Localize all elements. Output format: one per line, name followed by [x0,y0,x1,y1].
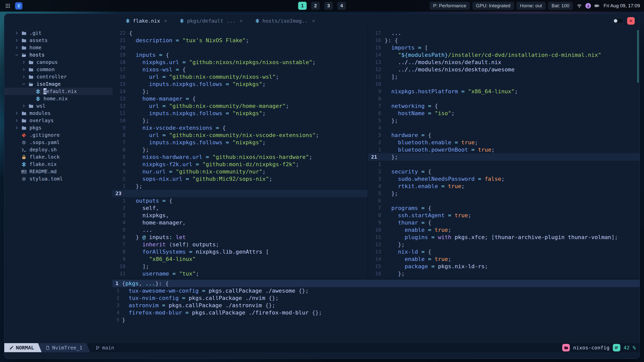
code-line[interactable]: 9 nixpkgs.hostPlatform = "x86_64-linux"; [368,88,640,95]
code-line[interactable]: 2 security = { [368,168,640,175]
code-line[interactable]: 11 username = "tux"; [112,270,368,277]
workspace-2[interactable]: 2 [311,2,320,10]
tree-item-git[interactable]: .git [4,29,112,37]
code-line[interactable]: 8 url = "github:nix-community/nix-vscode… [112,131,368,139]
code-line[interactable]: 9 nix-vscode-extensions = { [112,124,368,131]
tree-item-readme-md[interactable]: README.md [4,168,112,175]
code-line[interactable]: 12 url = "github:nix-community/home-mana… [112,102,368,110]
tree-item-gitignore[interactable]: .gitignore [4,131,112,139]
code-line[interactable]: 11 ]; [368,73,640,80]
tree-item-pkgs[interactable]: pkgs [4,124,112,131]
code-line[interactable]: 2 sops-nix.url = "github:Mic92/sops-nix"… [112,175,368,183]
code-line[interactable]: 15 inputs.nixpkgs.follows = "nixpkgs"; [112,80,368,88]
code-line[interactable]: 7 inputs.nixpkgs.follows = "nixpkgs"; [112,139,368,146]
code-line[interactable]: 15 package = pkgs.nix-ld-rs; [368,263,640,270]
grid-launcher-button[interactable] [4,2,12,10]
code-line[interactable]: 5 }; [368,117,640,124]
code-line[interactable]: 9 "x86_64-linux" [112,255,368,263]
editor-pane-flake-nix[interactable]: 22{21 description = "tux's NixOS Flake";… [112,28,368,278]
code-line[interactable]: 9 thunar = { [368,219,640,226]
user-icon[interactable] [585,3,591,9]
chevron-open-icon[interactable] [15,53,21,57]
code-line[interactable]: 3 nur.url = "github:nix-community/nur"; [112,168,368,175]
code-line[interactable]: 22{ [112,29,368,37]
tree-item-deploy-sh[interactable]: deploy.sh [4,146,112,153]
code-line[interactable]: 20 [112,44,368,51]
code-line[interactable]: 13 ../../modules/nixos/default.nix [368,59,640,66]
code-line[interactable]: 4 firefox-mod-blur = pkgs.callPackage ./… [112,309,640,316]
code-line[interactable]: 21 description = "tux's NixOS Flake"; [112,37,368,44]
code-line[interactable]: 1{pkgs, ...}: { [112,280,640,287]
code-line[interactable]: 10 }; [112,117,368,124]
tree-item-wsl[interactable]: wsl [4,102,112,110]
code-line[interactable]: 1 [368,161,640,168]
chevron-closed-icon[interactable] [22,68,28,71]
code-line[interactable]: 3 sudo.wheelNeedsPassword = false; [368,175,640,183]
chevron-closed-icon[interactable] [22,104,28,108]
code-line[interactable]: 5 }; [368,190,640,197]
code-line[interactable]: 16 }; [368,270,640,277]
code-line[interactable]: 6 } @ inputs: let [112,234,368,241]
code-line[interactable]: 6 hostName = "iso"; [368,110,640,117]
chevron-closed-icon[interactable] [22,60,28,64]
code-line[interactable]: 13 nix-ld = { [368,248,640,255]
code-line[interactable]: 5} [112,316,640,324]
tree-item-stylua-toml[interactable]: stylua.toml [4,175,112,183]
battery-icon[interactable] [594,3,599,8]
code-line[interactable]: 5 ... [112,226,368,234]
chevron-closed-icon[interactable] [15,119,21,122]
code-line[interactable]: 1 }; [112,183,368,190]
code-line[interactable]: 10 [368,80,640,88]
tree-item-home-nix[interactable]: home.nix [4,95,112,102]
scrollbar[interactable] [637,30,639,83]
code-line[interactable]: 12 ../../modules/nixos/desktop/awesome [368,66,640,73]
chevron-closed-icon[interactable] [15,38,21,42]
chevron-closed-icon[interactable] [15,31,21,35]
code-line[interactable]: 12 }; [368,241,640,248]
code-line[interactable]: 11 plugins = with pkgs.xfce; [thunar-arc… [368,234,640,241]
code-line[interactable]: 10 enable = true; [368,226,640,234]
wifi-icon[interactable] [577,3,582,8]
tree-item-flake-nix[interactable]: flake.nix [4,161,112,168]
workspace-3[interactable]: 3 [324,2,333,10]
code-line[interactable]: 7 inherit (self) outputs; [112,241,368,248]
editor-pane-iso-default-nix[interactable]: 17 ...16}: {15 imports = [14 "${modulesP… [368,28,640,278]
code-line[interactable]: 4 home-manager, [112,219,368,226]
code-line[interactable]: 7 programs = { [368,204,640,212]
tree-item-default-nix[interactable]: default.nix [4,88,112,95]
code-line[interactable]: 6 [368,197,640,204]
code-line[interactable]: 18 nixpkgs.url = "github:nixos/nixpkgs/n… [112,59,368,66]
nix-launcher-button[interactable] [15,2,22,10]
editor-pane-pkgs-default-nix[interactable]: 1{pkgs, ...}: {1 tux-awesome-wm-config =… [112,278,640,343]
code-line[interactable]: 1 outputs = { [112,197,368,204]
code-line[interactable]: 1 bluetooth.powerOnBoot = true; [368,146,640,153]
code-line[interactable]: 3 astronvim = pkgs.callPackage ./astronv… [112,302,640,309]
tab-close-icon[interactable] [239,19,243,23]
tab-close-icon[interactable] [164,19,168,23]
code-line[interactable]: 14 }; [112,88,368,95]
code-line[interactable]: 7 networking = { [368,102,640,110]
workspace-1[interactable]: 1 [298,2,307,10]
code-line[interactable]: 16}: { [368,37,640,44]
chevron-closed-icon[interactable] [15,111,21,115]
workspace-4[interactable]: 4 [337,2,346,10]
chevron-closed-icon[interactable] [15,126,21,130]
code-line[interactable]: 4 [368,124,640,131]
tree-item-overlays[interactable]: overlays [4,117,112,124]
tab-flake-nix[interactable]: flake.nix [119,14,174,28]
code-line[interactable]: 8 [368,95,640,102]
code-line[interactable]: 17 ... [368,29,640,37]
tree-item-assets[interactable]: assets [4,37,112,44]
code-line[interactable]: 16 url = "github:nix-community/nixos-wsl… [112,73,368,80]
tree-item-flake-lock[interactable]: flake.lock [4,153,112,161]
code-line[interactable]: 14 enable = true; [368,255,640,263]
code-line[interactable]: 10 ]; [112,263,368,270]
code-line[interactable]: 4 nixpkgs-f2k.url = "github:moni-dz/nixp… [112,161,368,168]
tab-hosts-isoimag[interactable]: hosts/isoImag.. [249,14,321,28]
code-line[interactable]: 2 bluetooth.enable = true; [368,139,640,146]
tree-item-sops-yaml[interactable]: .sops.yaml [4,139,112,146]
code-line[interactable]: 11 inputs.nixpkgs.follows = "nixpkgs"; [112,110,368,117]
tree-item-modules[interactable]: modules [4,110,112,117]
code-line[interactable]: 19 inputs = { [112,51,368,59]
chevron-closed-icon[interactable] [22,75,28,79]
